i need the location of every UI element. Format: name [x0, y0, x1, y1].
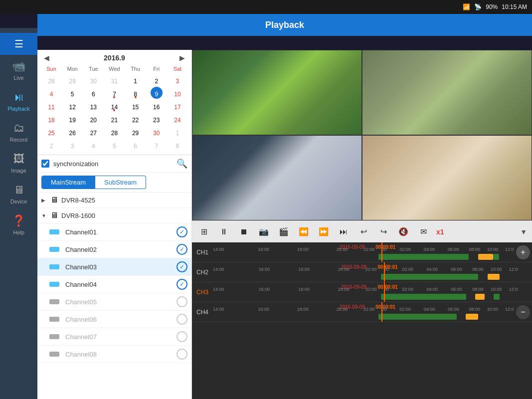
- cal-day-19[interactable]: 19: [66, 113, 78, 125]
- cal-day-6[interactable]: 6: [87, 87, 99, 99]
- record-clip-button[interactable]: 🎬: [277, 225, 291, 239]
- cal-day-29[interactable]: 29: [66, 74, 78, 86]
- cal-day-4[interactable]: 4: [45, 87, 57, 99]
- channel07-check[interactable]: [177, 331, 187, 342]
- cal-day-27[interactable]: 27: [87, 126, 99, 138]
- forward-button[interactable]: ⏩: [317, 225, 331, 239]
- cal-day-12[interactable]: 12: [66, 100, 78, 112]
- cal-day-8b[interactable]: 8: [172, 139, 183, 151]
- cal-day-8[interactable]: 8: [130, 87, 142, 99]
- channel05-row[interactable]: Channel05: [37, 293, 191, 311]
- cal-day-11[interactable]: 11: [45, 100, 57, 112]
- cal-day-5[interactable]: 5: [66, 87, 78, 99]
- sidebar-item-live[interactable]: 📹 Live: [0, 55, 37, 86]
- channel01-row[interactable]: Channel01 ✓: [37, 223, 191, 241]
- cal-day-7b[interactable]: 7: [151, 139, 163, 151]
- status-time[interactable]: 10:15 AM: [502, 3, 527, 10]
- next-button[interactable]: ⏭: [337, 225, 351, 239]
- cal-day-3b[interactable]: 3: [66, 139, 78, 151]
- cal-day-17[interactable]: 17: [172, 100, 183, 112]
- cal-day-10[interactable]: 10: [172, 87, 183, 99]
- channel04-row[interactable]: Channel04 ✓: [37, 276, 191, 293]
- cal-day-2b[interactable]: 2: [45, 139, 57, 151]
- calendar-next[interactable]: ▶: [177, 54, 187, 62]
- sidebar-item-record[interactable]: 🗂 Record: [0, 117, 37, 148]
- channel08-check[interactable]: [177, 349, 187, 360]
- cal-day-14[interactable]: 14: [108, 100, 120, 112]
- channel02-check[interactable]: ✓: [177, 244, 187, 255]
- cal-day-6b[interactable]: 6: [130, 139, 142, 151]
- sidebar-item-device[interactable]: 🖥 Device: [0, 179, 37, 209]
- device-dvr2[interactable]: ▼ 🖥 DVR8-1600: [37, 208, 191, 223]
- device-dvr1[interactable]: ▶ 🖥 DVR8-4525: [37, 193, 191, 208]
- stop-button[interactable]: ⏹: [237, 225, 251, 239]
- sidebar-item-image[interactable]: 🖼 Image: [0, 148, 37, 179]
- substream-button[interactable]: SubStream: [95, 176, 146, 189]
- menu-button[interactable]: ☰: [0, 33, 37, 55]
- cal-day-21[interactable]: 21: [108, 113, 120, 125]
- sidebar-item-playback[interactable]: ⏯ Playback: [0, 86, 37, 117]
- cal-day-5b[interactable]: 5: [108, 139, 120, 151]
- cal-day-29b[interactable]: 29: [130, 126, 142, 138]
- ch1-zoom-in[interactable]: +: [516, 245, 530, 259]
- snapshot-button[interactable]: 📷: [257, 225, 271, 239]
- channel03-check[interactable]: ✓: [177, 261, 187, 272]
- email-button[interactable]: ✉: [416, 225, 430, 239]
- device-icon: 🖥: [13, 184, 24, 197]
- cal-day-3[interactable]: 3: [172, 74, 183, 86]
- cal-day-2[interactable]: 2: [151, 74, 163, 86]
- video-cell-3[interactable]: [192, 135, 362, 220]
- ch3-track[interactable]: 2016-09-09 00:00:01 14:00 16:00 18:00 20…: [213, 282, 518, 302]
- expand-button[interactable]: ▼: [520, 228, 527, 236]
- cal-day-18[interactable]: 18: [45, 113, 57, 125]
- cal-day-24[interactable]: 24: [172, 113, 183, 125]
- cal-day-30b[interactable]: 30: [151, 126, 163, 138]
- ch1-track[interactable]: 2016-09-09 00:00:01 14:00 16:00 18:00 20…: [213, 242, 514, 262]
- ch3-label: CH3: [192, 289, 213, 296]
- cal-day-25[interactable]: 25: [45, 126, 57, 138]
- video-cell-1[interactable]: [192, 50, 362, 135]
- mainstream-button[interactable]: MainStream: [41, 176, 95, 189]
- channel05-check[interactable]: [177, 296, 187, 307]
- channel07-row[interactable]: Channel07: [37, 328, 191, 346]
- channel08-name: Channel08: [65, 351, 174, 358]
- cal-day-23[interactable]: 23: [151, 113, 163, 125]
- channel08-row[interactable]: Channel08: [37, 346, 191, 363]
- cal-day-28[interactable]: 28: [45, 74, 57, 86]
- cal-day-26[interactable]: 26: [66, 126, 78, 138]
- video-cell-2[interactable]: [362, 50, 532, 135]
- cal-day-22[interactable]: 22: [130, 113, 142, 125]
- channel06-check[interactable]: [177, 314, 187, 325]
- channel01-check[interactable]: ✓: [177, 226, 187, 237]
- channel06-row[interactable]: Channel06: [37, 311, 191, 328]
- sidebar-item-help[interactable]: ❓ Help: [0, 209, 37, 240]
- ch4-zoom-out[interactable]: −: [516, 305, 530, 319]
- sync-checkbox[interactable]: [41, 160, 49, 168]
- ch2-track[interactable]: 2016-09-09 00:00:01 14:00 16:00 18:00 20…: [213, 262, 518, 282]
- channel02-row[interactable]: Channel02 ✓: [37, 241, 191, 258]
- cal-day-16[interactable]: 16: [151, 100, 163, 112]
- cal-day-15[interactable]: 15: [130, 100, 142, 112]
- cal-day-20[interactable]: 20: [87, 113, 99, 125]
- cal-day-1b[interactable]: 1: [172, 126, 183, 138]
- prev-clip-button[interactable]: ↩: [356, 225, 370, 239]
- pause-button[interactable]: ⏸: [217, 225, 231, 239]
- cal-day-7[interactable]: 7: [108, 87, 120, 99]
- cal-day-13[interactable]: 13: [87, 100, 99, 112]
- cal-day-4b[interactable]: 4: [87, 139, 99, 151]
- channel03-row[interactable]: Channel03 ✓: [37, 258, 191, 276]
- search-button[interactable]: 🔍: [177, 158, 187, 169]
- rewind-button[interactable]: ⏪: [297, 225, 311, 239]
- mute-button[interactable]: 🔇: [396, 225, 410, 239]
- cal-day-28b[interactable]: 28: [108, 126, 120, 138]
- calendar-prev[interactable]: ◀: [41, 54, 52, 62]
- layout-button[interactable]: ⊞: [197, 225, 211, 239]
- cal-day-30[interactable]: 30: [87, 74, 99, 86]
- video-cell-4[interactable]: [362, 135, 532, 220]
- channel04-check[interactable]: ✓: [177, 279, 187, 290]
- cal-day-1[interactable]: 1: [130, 74, 142, 86]
- cal-day-9[interactable]: 9: [151, 87, 163, 99]
- next-clip-button[interactable]: ↪: [376, 225, 390, 239]
- ch4-track[interactable]: 2016-09-09 00:00:01 14:00 16:00 18:00 20…: [213, 302, 514, 322]
- cal-day-31[interactable]: 31: [108, 74, 120, 86]
